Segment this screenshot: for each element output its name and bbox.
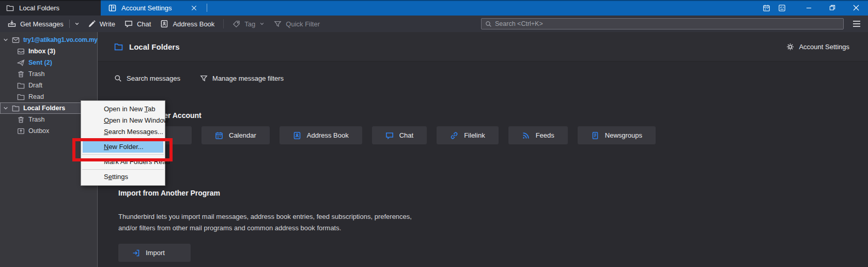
import-description-line1: Thunderbird lets you import mail message… [118, 211, 868, 222]
address-book-label: Address Book [173, 20, 214, 28]
menu-item-open-in-new-tab[interactable]: Open in New Tab [81, 103, 165, 115]
account-label: try1@atikahg1.vo.com.my [23, 36, 98, 43]
close-tab-icon[interactable] [191, 5, 197, 11]
trash-icon [17, 116, 25, 124]
calendar-icon [215, 131, 223, 140]
chat-button[interactable]: Chat [120, 17, 156, 31]
menu-item-settings[interactable]: Settings [81, 171, 165, 183]
folder-label: Trash [28, 116, 45, 123]
setup-button-row: Calendar Address Book Chat [118, 126, 868, 144]
tab-bar: Local Folders Account Settings [0, 0, 868, 16]
menu-item-search-messages[interactable]: Search Messages... [81, 126, 165, 138]
chevron-down-icon[interactable] [3, 37, 8, 42]
address-book-icon [293, 131, 301, 140]
get-messages-button[interactable]: Get Messages [3, 17, 68, 31]
account-settings-label: Account Settings [799, 43, 849, 51]
sidebar-item-draft[interactable]: Draft [0, 80, 97, 91]
tag-button[interactable]: Tag [228, 17, 269, 31]
quick-filter-button[interactable]: Quick Filter [269, 17, 324, 31]
setup-button-feeds[interactable]: Feeds [508, 126, 568, 144]
tag-icon [233, 20, 240, 28]
split-separator [69, 20, 70, 28]
folder-label: Draft [28, 82, 42, 89]
get-messages-dropdown[interactable] [71, 17, 83, 31]
outbox-icon [17, 127, 25, 135]
tab-label: Local Folders [19, 4, 59, 12]
folder-context-menu: Open in New Tab Open in New Window Searc… [81, 100, 165, 186]
link-icon [450, 131, 458, 140]
close-window-icon[interactable] [844, 0, 868, 16]
write-label: Write [100, 20, 115, 28]
tasks-panel-icon[interactable] [774, 0, 789, 16]
newsgroups-icon [591, 131, 599, 140]
tab-local-folders[interactable]: Local Folders [0, 0, 101, 16]
folder-icon [17, 82, 25, 90]
write-button[interactable]: Write [83, 17, 120, 31]
sidebar-item-account[interactable]: try1@atikahg1.vo.com.my [0, 34, 97, 46]
get-messages-label: Get Messages [20, 20, 64, 28]
sidebar-item-trash[interactable]: Trash [0, 68, 97, 80]
menu-item-open-in-new-window[interactable]: Open in New Window [81, 115, 165, 126]
tab-account-settings[interactable]: Account Settings [101, 0, 203, 16]
calendar-panel-icon[interactable] [758, 0, 774, 16]
menu-separator [82, 169, 164, 170]
setup-button-filelink[interactable]: Filelink [437, 126, 498, 144]
folder-icon [17, 93, 25, 101]
setup-heading: Set Up Another Account [118, 111, 868, 120]
global-search-field[interactable] [481, 18, 844, 29]
folder-label: Outbox [28, 127, 49, 135]
folder-label: Read [28, 93, 44, 100]
import-description-line2: and/or filters from other mail programs … [118, 222, 868, 234]
rss-icon [522, 131, 530, 140]
setup-button-newsgroups[interactable]: Newsgroups [578, 126, 656, 144]
chat-bubble-icon [125, 20, 133, 28]
gear-icon [786, 43, 794, 51]
toolbar-separator [223, 19, 224, 28]
trash-icon [17, 70, 25, 78]
menu-separator [82, 154, 164, 155]
window-controls [797, 0, 868, 16]
envelope-icon [12, 36, 20, 44]
search-icon [485, 21, 492, 27]
app-menu-icon[interactable] [849, 18, 864, 30]
account-settings-tab-icon [109, 4, 116, 12]
folder-label: Local Folders [23, 105, 65, 112]
get-messages-icon [8, 20, 16, 28]
sidebar-item-sent[interactable]: Sent (2) [0, 57, 97, 68]
setup-button-label: Address Book [307, 131, 349, 139]
manage-filters-link[interactable]: Manage message filters [200, 75, 284, 82]
import-heading: Import from Another Program [118, 189, 868, 197]
setup-button-chat[interactable]: Chat [372, 126, 427, 144]
menu-item-mark-all-folders-read[interactable]: Mark All Folders Read [81, 156, 165, 168]
account-central: Local Folders Account Settings Search me [98, 32, 868, 267]
menu-item-new-folder[interactable]: New Folder... [83, 141, 163, 153]
minimize-icon[interactable] [797, 0, 820, 16]
setup-button-address-book[interactable]: Address Book [280, 126, 362, 144]
funnel-icon [200, 75, 208, 82]
chevron-down-icon[interactable] [3, 106, 8, 111]
setup-button-label: Calendar [229, 131, 256, 139]
setup-button-label: Feeds [536, 131, 554, 139]
setup-button-label: Chat [399, 131, 413, 139]
paper-plane-icon [17, 59, 25, 67]
search-input[interactable] [495, 20, 826, 27]
folder-label: Trash [28, 70, 45, 78]
account-central-header: Local Folders Account Settings [98, 32, 868, 62]
setup-button-calendar[interactable]: Calendar [202, 126, 270, 144]
import-button[interactable]: Import [118, 244, 191, 262]
blue-folder-icon [114, 42, 123, 51]
account-settings-link[interactable]: Account Settings [786, 43, 849, 51]
address-book-button[interactable]: Address Book [156, 17, 219, 31]
pencil-icon [88, 20, 96, 28]
chat-bubble-icon [385, 131, 394, 140]
maximize-restore-icon[interactable] [820, 0, 844, 16]
account-central-body: Search messages Manage message filters S… [98, 75, 868, 262]
address-book-icon [160, 20, 168, 28]
search-messages-label: Search messages [127, 75, 180, 82]
tab-separator [207, 4, 207, 12]
search-messages-link[interactable]: Search messages [114, 75, 180, 82]
sidebar-item-inbox[interactable]: Inbox (3) [0, 46, 97, 57]
setup-button-label: Newsgroups [605, 131, 642, 139]
mail-toolbar: Get Messages Write Chat Address Book [0, 16, 868, 32]
manage-filters-label: Manage message filters [212, 75, 284, 82]
